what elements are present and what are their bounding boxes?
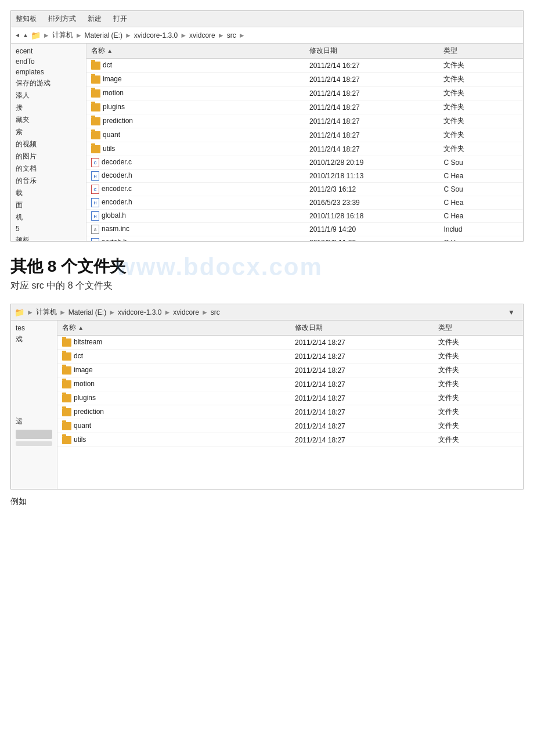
table-row[interactable]: Hportab.h2010/3/9 11:00C Hea	[86, 236, 523, 242]
table-row[interactable]: Cdecoder.c2010/12/28 20:19C Sou	[86, 156, 523, 170]
breadcrumb-xvidcore130[interactable]: xvidcore-1.3.0	[134, 31, 178, 39]
sidebar2-item-2[interactable]: 运	[11, 415, 57, 427]
breadcrumb2-material[interactable]: Material (E:)	[68, 308, 106, 316]
table-row[interactable]: Hglobal.h2010/11/28 16:18C Hea	[86, 210, 523, 223]
folder-icon	[91, 145, 100, 153]
sidebar-item-7[interactable]: 索	[11, 126, 86, 138]
table-row[interactable]: Hencoder.h2016/5/23 23:39C Hea	[86, 196, 523, 210]
c-source-icon: C	[91, 158, 99, 167]
breadcrumb2-xvidcore130[interactable]: xvidcore-1.3.0	[118, 308, 161, 316]
col-header-name-2[interactable]: 名称 ▲	[57, 321, 290, 336]
sidebar-item-2[interactable]: emplates	[11, 67, 86, 77]
table-row[interactable]: image2011/2/14 18:27文件夹	[57, 363, 523, 377]
dropdown-arrow-icon[interactable]: ▼	[508, 308, 519, 316]
toolbar-item-organize[interactable]: 整知板	[16, 14, 37, 24]
sidebar-item-16[interactable]: 顿板	[11, 234, 86, 241]
file-type-cell: C Sou	[439, 183, 523, 196]
folder-icon	[62, 394, 71, 402]
col-header-name-1[interactable]: 名称 ▲	[86, 44, 305, 59]
file-name-label: utils	[74, 435, 86, 444]
file-name-cell: plugins	[57, 391, 290, 405]
sidebar-item-8[interactable]: 的视频	[11, 138, 86, 150]
breadcrumb2-xvidcore[interactable]: xvidcore	[173, 308, 199, 316]
toolbar-item-arrange[interactable]: 排列方式	[48, 14, 76, 24]
sidebar-item-4[interactable]: 添人	[11, 89, 86, 102]
table-row[interactable]: Anasm.inc2011/1/9 14:20Includ	[86, 223, 523, 236]
file-name-label: prediction	[103, 117, 133, 125]
sidebar-item-0[interactable]: ecent	[11, 46, 86, 56]
sidebar2-item-0[interactable]: tes	[11, 323, 57, 333]
table-row[interactable]: dct2011/2/14 16:27文件夹	[86, 59, 523, 73]
table-row[interactable]: motion2011/2/14 18:27文件夹	[86, 87, 523, 100]
breadcrumb-computer[interactable]: 计算机	[52, 30, 73, 40]
up-icon[interactable]: ▲	[23, 32, 28, 38]
explorer-body-1: ecent endTo emplates 保存的游戏 添人 接 藏夹 索 的视频…	[11, 44, 523, 241]
folder-icon	[62, 380, 71, 388]
file-name-label: plugins	[74, 394, 96, 402]
c-header-icon: H	[91, 171, 99, 181]
table-row[interactable]: bitstream2011/2/14 18:27文件夹	[57, 336, 523, 350]
table-row[interactable]: quant2011/2/14 18:27文件夹	[57, 419, 523, 433]
file-name-label: encoder.c	[102, 185, 132, 193]
table-row[interactable]: Hdecoder.h2010/12/18 11:13C Hea	[86, 170, 523, 183]
col-header-type-2[interactable]: 类型	[434, 321, 523, 336]
sidebar-item-9[interactable]: 的图片	[11, 150, 86, 163]
folder-icon	[91, 75, 100, 84]
breadcrumb2-src[interactable]: src	[211, 308, 220, 316]
breadcrumb-xvidcore[interactable]: xvidcore	[189, 31, 215, 39]
table-row[interactable]: dct2011/2/14 18:27文件夹	[57, 350, 523, 363]
file-date-cell: 2011/2/14 18:27	[290, 419, 434, 433]
file-name-cell: Hportab.h	[86, 236, 305, 242]
toolbar-item-new[interactable]: 新建	[88, 14, 102, 24]
file-name-cell: image	[57, 363, 290, 377]
sidebar-item-5[interactable]: 接	[11, 102, 86, 114]
toolbar-item-open[interactable]: 打开	[113, 14, 127, 24]
table-row[interactable]: motion2011/2/14 18:27文件夹	[57, 377, 523, 391]
sidebar-item-10[interactable]: 的文档	[11, 163, 86, 175]
explorer-body-2: tes 戏 运 名称 ▲ 修改日期	[11, 321, 523, 489]
file-type-cell: 文件夹	[434, 350, 523, 363]
file-name-cell: Hglobal.h	[86, 210, 305, 223]
c-header-icon: H	[91, 211, 99, 221]
table-row[interactable]: plugins2011/2/14 18:27文件夹	[57, 391, 523, 405]
file-date-cell: 2010/12/18 11:13	[305, 170, 439, 183]
table-row[interactable]: prediction2011/2/14 18:27文件夹	[86, 114, 523, 128]
sidebar-item-1[interactable]: endTo	[11, 56, 86, 67]
sidebar-item-13[interactable]: 面	[11, 199, 86, 211]
breadcrumb-src[interactable]: src	[227, 31, 236, 39]
table-row[interactable]: utils2011/2/14 18:27文件夹	[86, 142, 523, 156]
file-type-cell: 文件夹	[439, 142, 523, 156]
c-header-icon: H	[91, 238, 99, 241]
sidebar-item-12[interactable]: 载	[11, 187, 86, 199]
file-name-label: motion	[103, 89, 124, 97]
col-header-type-1[interactable]: 类型	[439, 44, 523, 59]
sidebar-item-11[interactable]: 的音乐	[11, 175, 86, 187]
file-date-cell: 2011/2/14 18:27	[290, 377, 434, 391]
table-row[interactable]: image2011/2/14 18:27文件夹	[86, 73, 523, 87]
file-type-cell: C Sou	[439, 156, 523, 170]
sidebar-item-3[interactable]: 保存的游戏	[11, 77, 86, 89]
file-type-cell: 文件夹	[434, 377, 523, 391]
col-header-date-1[interactable]: 修改日期	[305, 44, 439, 59]
table-row[interactable]: prediction2011/2/14 18:27文件夹	[57, 405, 523, 419]
file-name-label: image	[74, 366, 93, 374]
file-type-cell: 文件夹	[439, 59, 523, 73]
breadcrumb2-computer[interactable]: 计算机	[36, 307, 57, 317]
table-row[interactable]: utils2011/2/14 18:27文件夹	[57, 433, 523, 447]
breadcrumb-material[interactable]: Material (E:)	[85, 31, 122, 39]
table-row[interactable]: Cencoder.c2011/2/3 16:12C Sou	[86, 183, 523, 196]
file-name-label: utils	[103, 145, 115, 153]
sidebar-item-14[interactable]: 机	[11, 211, 86, 224]
file-type-cell: C Hea	[439, 236, 523, 242]
file-name-label: prediction	[74, 408, 104, 416]
file-name-cell: utils	[57, 433, 290, 447]
table-row[interactable]: plugins2011/2/14 18:27文件夹	[86, 100, 523, 114]
sidebar-item-6[interactable]: 藏夹	[11, 114, 86, 126]
sidebar-item-15[interactable]: 5	[11, 224, 86, 234]
folder-icon	[91, 131, 100, 139]
back-icon[interactable]: ◄	[15, 32, 20, 38]
col-header-date-2[interactable]: 修改日期	[290, 321, 434, 336]
file-date-cell: 2011/2/14 18:27	[305, 142, 439, 156]
table-row[interactable]: quant2011/2/14 18:27文件夹	[86, 128, 523, 142]
sidebar2-item-1[interactable]: 戏	[11, 333, 57, 345]
